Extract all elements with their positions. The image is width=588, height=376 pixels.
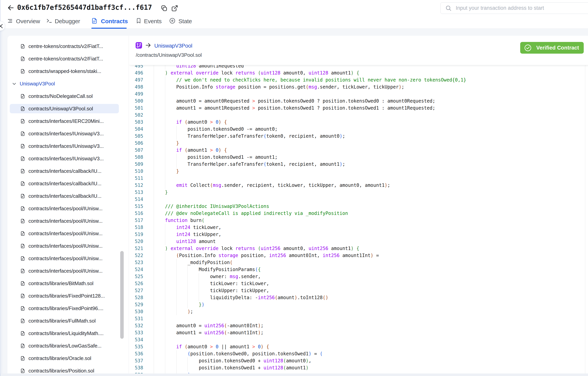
line-number: 507 — [129, 147, 143, 154]
line-number: 539 — [129, 371, 143, 374]
code-text: /// @inheritdoc IUniswapV3PoolActions — [154, 203, 269, 210]
file-icon — [20, 194, 25, 199]
file-label: contracts/UniswapV3Pool.sol — [28, 106, 93, 112]
sidebar-file-item[interactable]: contracts/interfaces/IUniswapV3... — [7, 154, 129, 163]
sidebar-file-item[interactable]: contracts/interfaces/callback/IU... — [7, 179, 129, 188]
file-label: centre-tokens/contracts/v2/FiatT... — [28, 56, 103, 62]
file-label: contracts/interfaces/pool/IUnisw... — [28, 231, 103, 237]
line-number: 496 — [129, 69, 143, 77]
sidebar-file-item[interactable]: contracts/interfaces/pool/IUnisw... — [7, 254, 129, 263]
collapsed-panel-divider — [1, 29, 2, 376]
tab-overview[interactable]: Overview — [8, 14, 40, 29]
code-text: } — [154, 189, 168, 196]
indent-guide — [165, 315, 165, 322]
sidebar-scrollbar[interactable] — [120, 251, 124, 339]
left-edge-strip — [0, 0, 0, 376]
line-number: 519 — [129, 231, 143, 238]
file-icon — [20, 368, 25, 374]
sidebar-file-item[interactable]: centre-tokens/contracts/v2/FiatT... — [7, 42, 129, 51]
code-text: position.tokensOwed1 + uint128(amount1) — [154, 364, 309, 371]
code-text: _modifyPosition( — [154, 259, 233, 266]
tab-state[interactable]: State — [169, 14, 192, 29]
file-label: contracts/libraries/LowGasSafe... — [28, 343, 102, 349]
sidebar-file-item[interactable]: contracts/wrapped-tokens/staki... — [7, 66, 129, 76]
file-icon — [20, 356, 25, 362]
sidebar-file-item[interactable]: contracts/interfaces/IUniswapV3... — [7, 141, 129, 151]
tab-events[interactable]: Events — [136, 14, 162, 29]
code-line-510: 510 } — [129, 168, 585, 175]
sidebar-file-item[interactable]: contracts/UniswapV3Pool.sol — [7, 104, 129, 113]
line-number: 498 — [129, 83, 143, 90]
back-arrow-icon[interactable] — [8, 5, 14, 11]
code-line-532: 532 amount0 = uint256(-amount0Int); — [129, 322, 585, 329]
tab-contracts[interactable]: Contracts — [92, 14, 128, 29]
code-text: amount1 = uint256(-amount1Int); — [154, 329, 264, 336]
code-text: function burn( — [154, 217, 204, 224]
sidebar-file-item[interactable]: contracts/libraries/Oracle.sol — [7, 354, 129, 363]
sidebar-file-item[interactable]: contracts/libraries/BitMath.sol — [7, 279, 129, 288]
file-label: contracts/libraries/Oracle.sol — [28, 355, 91, 361]
file-label: contracts/interfaces/pool/IUnisw... — [28, 268, 103, 274]
sidebar-file-item[interactable]: contracts/interfaces/pool/IUnisw... — [7, 204, 129, 213]
sidebar-file-item[interactable]: contracts/libraries/FixedPoint96.... — [7, 304, 129, 313]
code-text: /// @dev noDelegateCall is applied indir… — [154, 210, 348, 217]
file-label: contracts/interfaces/pool/IUnisw... — [28, 255, 103, 262]
line-number: 512 — [129, 182, 143, 189]
code-text: ) external override lock returns (uint25… — [154, 245, 359, 252]
sidebar-file-item[interactable]: contracts/libraries/LiquidityMath.... — [7, 329, 129, 338]
code-text: TransferHelper.safeTransfer(token0, reci… — [154, 133, 345, 140]
file-label: contracts/interfaces/pool/IUnisw... — [28, 243, 103, 249]
code-text: amount1 = amount1Requested > position.to… — [154, 105, 435, 111]
external-link-icon[interactable] — [171, 5, 178, 13]
line-number: 521 — [129, 245, 143, 252]
code-line-533: 533 amount1 = uint256(-amount1Int); — [129, 329, 585, 336]
code-scroller[interactable]: 495 uint128 amount1Requested496 ) extern… — [129, 65, 585, 374]
code-text: ); — [154, 371, 193, 374]
sidebar-file-item[interactable]: centre-tokens/contracts/v2/FiatT... — [7, 54, 129, 63]
file-label: contracts/interfaces/IUniswapV3... — [28, 143, 104, 149]
tab-contracts-label: Contracts — [101, 18, 128, 25]
verified-contract-button[interactable]: Verified Contract — [520, 42, 584, 54]
line-number: 516 — [129, 210, 143, 217]
file-label: contracts/interfaces/IUniswapV3... — [28, 131, 104, 137]
contract-name-link[interactable]: UniswapV3Pool — [154, 43, 192, 49]
contracts-card: centre-tokens/contracts/v2/FiatT...centr… — [7, 36, 588, 374]
file-icon — [20, 144, 25, 149]
code-text: uint128 amount1Requested — [154, 65, 244, 69]
search-input[interactable] — [456, 5, 573, 11]
file-icon — [20, 343, 25, 349]
line-number: 501 — [129, 105, 143, 111]
sidebar-file-item[interactable]: contracts/libraries/LowGasSafe... — [7, 341, 129, 350]
transaction-search[interactable] — [440, 2, 588, 14]
line-number: 531 — [129, 315, 143, 322]
sidebar-file-item[interactable]: contracts/interfaces/IERC20Mini... — [7, 116, 129, 126]
sidebar-file-item[interactable]: contracts/interfaces/callback/IU... — [7, 191, 129, 201]
file-icon — [20, 306, 25, 312]
line-number: 504 — [129, 126, 143, 133]
menu-lines-icon — [8, 19, 12, 24]
copy-icon[interactable] — [160, 5, 168, 13]
target-icon — [169, 18, 175, 24]
file-label: contracts/libraries/FullMath.sol — [28, 318, 96, 324]
sidebar-group-UniswapV3Pool[interactable]: UniswapV3Pool — [7, 79, 129, 88]
tab-debugger-label: Debugger — [55, 18, 80, 25]
sidebar-file-item[interactable]: contracts/interfaces/IUniswapV3... — [7, 129, 129, 138]
sidebar-file-item[interactable]: contracts/libraries/FullMath.sol — [7, 316, 129, 325]
sidebar-file-item[interactable]: contracts/libraries/Position.sol — [7, 366, 129, 374]
code-line-522: 522 (Position.Info storage position, int… — [129, 252, 585, 259]
sidebar-file-item[interactable]: contracts/interfaces/pool/IUnisw... — [7, 216, 129, 226]
sidebar-file-item[interactable]: contracts/libraries/FixedPoint128... — [7, 291, 129, 300]
source-code: 495 uint128 amount1Requested496 ) extern… — [129, 65, 585, 374]
sidebar-file-item[interactable]: contracts/NoDelegateCall.sol — [7, 91, 129, 101]
code-text: int24 tickLower, — [154, 224, 221, 231]
code-line-504: 504 position.tokensOwed0 -= amount0; — [129, 126, 585, 133]
file-label: centre-tokens/contracts/v2/FiatT... — [28, 43, 103, 49]
sidebar-file-item[interactable]: contracts/interfaces/pool/IUnisw... — [7, 241, 129, 251]
file-icon — [20, 169, 25, 174]
active-tab-underline — [91, 28, 127, 29]
sidebar-file-item[interactable]: contracts/interfaces/pool/IUnisw... — [7, 266, 129, 276]
sidebar-file-item[interactable]: contracts/interfaces/pool/IUnisw... — [7, 229, 129, 238]
sidebar-file-item[interactable]: contracts/interfaces/callback/IU... — [7, 166, 129, 176]
line-number: 524 — [129, 266, 143, 273]
tab-debugger[interactable]: Debugger — [47, 14, 80, 29]
